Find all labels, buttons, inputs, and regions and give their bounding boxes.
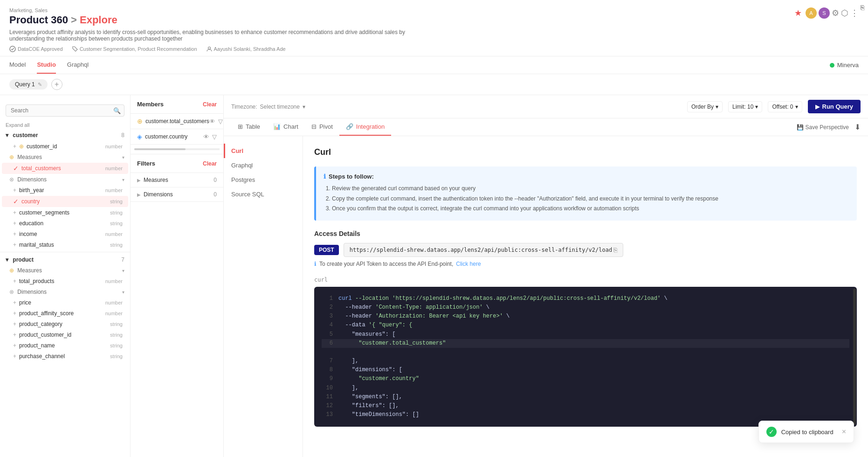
integration-icon: 🔗 bbox=[346, 123, 353, 130]
tab-graphql[interactable]: Graphql bbox=[67, 56, 89, 74]
tab-chart[interactable]: 📊 Chart bbox=[267, 118, 305, 136]
expand-all[interactable]: Expand all bbox=[0, 120, 130, 130]
tab-table[interactable]: ⊞ Table bbox=[231, 118, 267, 136]
chart-icon: 📊 bbox=[273, 123, 281, 130]
item-label-text: price bbox=[19, 299, 31, 306]
tree-item-education[interactable]: + education string bbox=[2, 218, 128, 228]
plus-icon: + bbox=[13, 242, 16, 248]
tab-pivot[interactable]: ⊟ Pivot bbox=[305, 118, 339, 136]
integration-nav-curl[interactable]: Curl bbox=[224, 144, 303, 158]
tab-studio[interactable]: Studio bbox=[37, 56, 55, 74]
scrollbar[interactable] bbox=[853, 289, 856, 425]
code-block: 1curl --location 'https://splendid-shrew… bbox=[314, 287, 857, 427]
tree-item-product-affinity-score[interactable]: + product_affinity_score number bbox=[2, 308, 128, 319]
limit-button[interactable]: Limit: 10 ▾ bbox=[728, 101, 762, 112]
code-line-2: 2 --header 'Content-Type: application/js… bbox=[322, 304, 489, 311]
plus-icon: + bbox=[13, 278, 16, 284]
filter-icon[interactable]: ▽ bbox=[218, 118, 223, 125]
order-by-button[interactable]: Order By ▾ bbox=[687, 101, 723, 112]
tree-item-country[interactable]: ✓ country string bbox=[2, 196, 128, 207]
filter-dimensions[interactable]: ▶ Dimensions 0 bbox=[131, 187, 223, 202]
tree-item-customer-id[interactable]: + ⊕ customer_id number bbox=[2, 141, 128, 152]
header: Marketing, Sales Product 360 > Explore L… bbox=[0, 0, 868, 56]
filter-measures[interactable]: ▶ Measures 0 bbox=[131, 173, 223, 187]
plus-icon: + bbox=[13, 353, 16, 360]
tree-item-product-name[interactable]: + product_name string bbox=[2, 340, 128, 351]
measures-subgroup-header[interactable]: ⊕ Measures ▾ bbox=[0, 152, 130, 162]
members-clear-button[interactable]: Clear bbox=[203, 101, 217, 108]
steps-info-box: ℹ Steps to follow: Review the generated … bbox=[314, 166, 857, 221]
add-query-button[interactable]: + bbox=[51, 79, 62, 90]
item-label-text: customer_id bbox=[27, 143, 57, 150]
item-label-text: purchase_channel bbox=[19, 353, 65, 360]
integration-nav-graphql[interactable]: Graphql bbox=[224, 158, 303, 173]
plus-icon: + bbox=[13, 321, 16, 327]
order-by-label: Order By bbox=[691, 104, 714, 110]
header-actions: ★ A S ⚙ ⬡ ⋮ bbox=[794, 7, 859, 19]
eye-icon[interactable]: 👁 bbox=[209, 118, 215, 125]
tab-label: Integration bbox=[356, 123, 385, 130]
settings-icon[interactable]: ⚙ bbox=[832, 8, 839, 18]
member-item-total-customers[interactable]: ⊕ customer.total_customers 👁 ▽ bbox=[131, 114, 223, 129]
toolbar-left: Timezone: Select timezone ▾ bbox=[231, 104, 305, 110]
chevron-down-icon: ▾ bbox=[303, 104, 305, 110]
member-item-customer-country[interactable]: ◈ customer.country 👁 ▽ bbox=[131, 129, 223, 145]
tab-model[interactable]: Model bbox=[9, 56, 26, 74]
scrollbar-thumb[interactable] bbox=[134, 148, 186, 150]
tree-item-birth-year[interactable]: + birth_year number bbox=[2, 185, 128, 195]
query-chip[interactable]: Query 1 ✎ bbox=[9, 79, 48, 90]
download-icon[interactable]: ⬇ bbox=[854, 123, 861, 132]
product-group-label: ▾ product bbox=[6, 256, 34, 263]
members-header: Members Clear bbox=[131, 95, 223, 114]
tree-item-marital-status[interactable]: + marital_status string bbox=[2, 240, 128, 250]
product-dimensions-subgroup-header[interactable]: ⊗ Dimensions ▾ bbox=[0, 287, 130, 297]
tree-item-total-customers[interactable]: ✓ total_customers number bbox=[2, 163, 128, 174]
steps-title-text: Steps to follow: bbox=[329, 173, 374, 180]
tree-item-price[interactable]: + price number bbox=[2, 298, 128, 308]
eye-icon[interactable]: 👁 bbox=[203, 133, 209, 140]
item-type: string bbox=[110, 321, 123, 327]
tree-item-total-products[interactable]: + total_products number bbox=[2, 276, 128, 286]
online-indicator bbox=[830, 63, 834, 68]
members-title: Members bbox=[137, 101, 164, 108]
filters-clear-button[interactable]: Clear bbox=[203, 160, 217, 167]
scrollbar-track bbox=[134, 148, 220, 150]
tree-item-product-customer-id[interactable]: + product_customer_id string bbox=[2, 330, 128, 340]
header-meta: DataCOE Approved Customer Segmentation, … bbox=[9, 46, 859, 52]
filter-section-name: ▶ Dimensions bbox=[137, 191, 173, 198]
tree-item-product-category[interactable]: + product_category string bbox=[2, 319, 128, 329]
code-line-13: 13 "timeDimensions": [] bbox=[322, 411, 419, 418]
run-query-button[interactable]: ▶ Run Query bbox=[808, 100, 861, 113]
item-type: string bbox=[110, 353, 123, 359]
title-part1: Product 360 bbox=[9, 14, 68, 26]
toast-close-button[interactable]: × bbox=[842, 428, 846, 436]
api-info-text: To create your API Token to access the A… bbox=[319, 261, 453, 267]
share-icon[interactable]: ⬡ bbox=[841, 8, 848, 18]
code-line-9: 9 "customer.country" bbox=[322, 375, 419, 382]
code-line-6: 6 "customer.total_customers" bbox=[322, 339, 849, 348]
toast-notification: ✓ Copied to clipboard × bbox=[758, 421, 854, 443]
code-section: curl ⎘ 1curl --location 'https://splendi… bbox=[314, 277, 857, 427]
tab-integration[interactable]: 🔗 Integration bbox=[339, 118, 391, 136]
tree-group-customer: ▾ customer 8 + ⊕ customer_id number ⊕ Me… bbox=[0, 130, 130, 250]
query-bar: Query 1 ✎ + bbox=[0, 74, 868, 95]
offset-button[interactable]: Offset: 0 ▾ bbox=[768, 101, 802, 112]
product-measures-subgroup-header[interactable]: ⊕ Measures ▾ bbox=[0, 265, 130, 276]
integration-nav-postgres[interactable]: Postgres bbox=[224, 173, 303, 187]
search-input[interactable] bbox=[6, 104, 124, 117]
timezone-select[interactable]: Timezone: Select timezone ▾ bbox=[231, 104, 305, 110]
filter-icon[interactable]: ▽ bbox=[212, 133, 217, 140]
save-perspective-button[interactable]: 💾 Save Perspective bbox=[797, 124, 849, 131]
more-icon[interactable]: ⋮ bbox=[850, 8, 859, 18]
star-icon[interactable]: ★ bbox=[794, 8, 802, 18]
dimensions-subgroup-header[interactable]: ⊗ Dimensions ▾ bbox=[0, 174, 130, 185]
tree-item-purchase-channel[interactable]: + purchase_channel string bbox=[2, 351, 128, 361]
copy-icon[interactable]: ⎘ bbox=[613, 246, 617, 254]
tree-item-customer-segments[interactable]: + customer_segments string bbox=[2, 208, 128, 218]
tree-item-income[interactable]: + income number bbox=[2, 229, 128, 239]
tree-group-customer-header[interactable]: ▾ customer 8 bbox=[0, 130, 130, 141]
plus-icon: + bbox=[13, 143, 16, 150]
integration-nav-source-sql[interactable]: Source SQL bbox=[224, 187, 303, 201]
click-here-link[interactable]: Click here bbox=[456, 261, 481, 267]
tree-group-product-header[interactable]: ▾ product 7 bbox=[0, 254, 130, 265]
